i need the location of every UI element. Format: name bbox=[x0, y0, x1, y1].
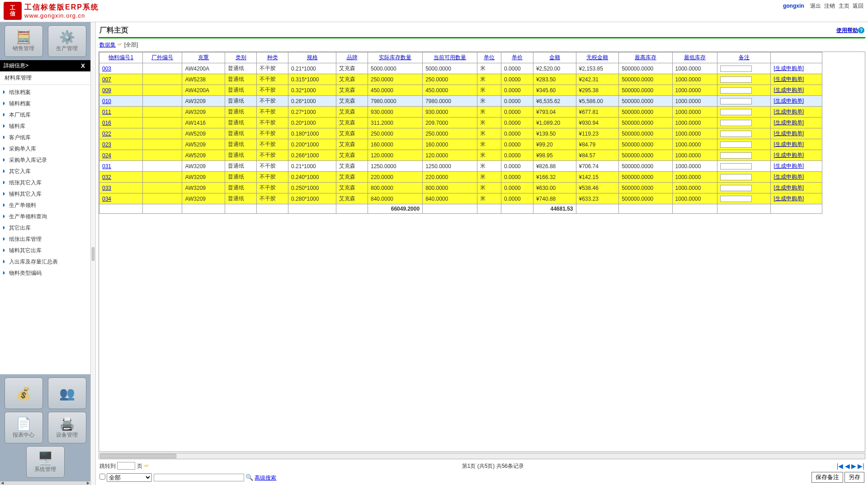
remark-input[interactable] bbox=[720, 66, 752, 72]
col-header[interactable]: 最高库存 bbox=[619, 52, 672, 63]
col-header[interactable]: 当前可用数量 bbox=[423, 52, 477, 63]
search-icon[interactable]: 🔍 bbox=[245, 474, 253, 481]
sidebar-item[interactable]: 辅料档案 bbox=[0, 98, 90, 109]
sidebar-item[interactable]: 生产单领料查询 bbox=[0, 211, 90, 222]
generate-po-link[interactable]: [生成申购单] bbox=[774, 98, 804, 104]
advanced-search-link[interactable]: 高级搜索 bbox=[255, 475, 276, 481]
table-row[interactable]: 034AW3209普通纸不干胶0.280*1000艾克森840.0000840.… bbox=[99, 193, 822, 204]
sidebar-item[interactable]: 物料类型编码 bbox=[0, 268, 90, 279]
remark-input[interactable] bbox=[720, 87, 752, 94]
material-id-link[interactable]: 009 bbox=[102, 87, 111, 94]
col-header[interactable]: 无税金额 bbox=[576, 52, 619, 63]
module-icon[interactable]: 🖨️设备管理 bbox=[48, 412, 86, 443]
link-logout[interactable]: 退出 bbox=[810, 3, 821, 9]
material-id-link[interactable]: 023 bbox=[102, 141, 111, 148]
prev-page-icon[interactable]: ◀ bbox=[845, 462, 850, 470]
col-header[interactable]: 单位 bbox=[477, 52, 501, 63]
sidebar-item[interactable]: 辅料库 bbox=[0, 121, 90, 132]
remark-input[interactable] bbox=[720, 98, 752, 104]
material-id-link[interactable]: 024 bbox=[102, 152, 111, 159]
module-icon[interactable]: 🖥️系统管理 bbox=[26, 446, 65, 478]
material-id-link[interactable]: 032 bbox=[102, 174, 111, 180]
material-id-link[interactable]: 022 bbox=[102, 131, 111, 137]
sidebar-item[interactable]: 采购单入库记录 bbox=[0, 155, 90, 166]
link-signout[interactable]: 注销 bbox=[824, 3, 835, 9]
close-icon[interactable]: X bbox=[79, 62, 87, 69]
module-icon[interactable]: 📄报表中心 bbox=[5, 412, 43, 443]
generate-po-link[interactable]: [生成申购单] bbox=[774, 108, 804, 115]
col-header[interactable]: 备注 bbox=[717, 52, 770, 63]
link-home[interactable]: 主页 bbox=[839, 3, 849, 9]
material-id-link[interactable]: 007 bbox=[102, 76, 111, 83]
table-row[interactable]: 010AW3209普通纸不干胶0.26*1000艾克森7980.00007980… bbox=[99, 96, 822, 107]
module-icon[interactable]: 💰 bbox=[5, 377, 43, 409]
generate-po-link[interactable]: [生成申购单] bbox=[774, 163, 804, 169]
sidebar-h-scrollbar[interactable] bbox=[0, 481, 90, 485]
sidebar-item[interactable]: 其它出库 bbox=[0, 222, 90, 234]
col-header[interactable]: 物料编号1 bbox=[99, 52, 143, 63]
remark-input[interactable] bbox=[720, 174, 752, 180]
remark-input[interactable] bbox=[720, 185, 752, 191]
link-back[interactable]: 返回 bbox=[853, 3, 863, 9]
search-field-select[interactable]: 全部 bbox=[107, 473, 152, 482]
sidebar-item[interactable]: 纸张档案 bbox=[0, 87, 90, 98]
sidebar-item[interactable]: 辅料其它出库 bbox=[0, 245, 90, 256]
generate-po-link[interactable]: [生成申购单] bbox=[774, 152, 804, 158]
table-row[interactable]: 016AW1416普通纸不干胶0.20*1000艾克森311.2000209.7… bbox=[99, 118, 822, 128]
sidebar-splitter[interactable] bbox=[90, 22, 96, 485]
last-page-icon[interactable]: ▶| bbox=[858, 462, 864, 470]
material-id-link[interactable]: 031 bbox=[102, 163, 111, 170]
generate-po-link[interactable]: [生成申购单] bbox=[774, 87, 804, 93]
generate-po-link[interactable]: [生成申购单] bbox=[774, 141, 804, 147]
table-row[interactable]: 003AW4200A普通纸不干胶0.21*1000艾克森5000.0000500… bbox=[99, 63, 822, 74]
sidebar-item[interactable]: 纸张出库管理 bbox=[0, 234, 90, 245]
remark-input[interactable] bbox=[720, 152, 752, 159]
col-header[interactable]: 品牌 bbox=[336, 52, 368, 63]
save-remark-button[interactable]: 保存备注 bbox=[811, 472, 843, 483]
generate-po-link[interactable]: [生成申购单] bbox=[774, 130, 804, 137]
remark-input[interactable] bbox=[720, 131, 752, 137]
remark-input[interactable] bbox=[720, 120, 752, 126]
table-row[interactable]: 023AW5209普通纸不干胶0.200*1000艾克森160.0000160.… bbox=[99, 139, 822, 150]
sidebar-item[interactable]: 其它入库 bbox=[0, 166, 90, 177]
sidebar-item[interactable]: 本厂纸库 bbox=[0, 109, 90, 121]
generate-po-link[interactable]: [生成申购单] bbox=[774, 195, 804, 202]
table-row[interactable]: 033AW3209普通纸不干胶0.250*1000艾克森800.0000800.… bbox=[99, 183, 822, 193]
material-id-link[interactable]: 016 bbox=[102, 120, 111, 126]
material-id-link[interactable]: 010 bbox=[102, 98, 111, 104]
generate-po-link[interactable]: [生成申购单] bbox=[774, 184, 804, 191]
col-header[interactable]: 克重 bbox=[182, 52, 225, 63]
search-input[interactable] bbox=[154, 474, 244, 481]
table-row[interactable]: 024AW5209普通纸不干胶0.266*1000艾克森120.0000120.… bbox=[99, 150, 822, 161]
sidebar-item[interactable]: 生产单领料 bbox=[0, 200, 90, 211]
dataset-link[interactable]: 数据集 bbox=[99, 42, 116, 48]
remark-input[interactable] bbox=[720, 109, 752, 115]
remark-input[interactable] bbox=[720, 141, 752, 148]
scrollbar-thumb[interactable] bbox=[100, 454, 176, 458]
col-header[interactable]: 单价 bbox=[501, 52, 533, 63]
first-page-icon[interactable]: |◀ bbox=[837, 462, 844, 470]
sidebar-item[interactable]: 客户纸库 bbox=[0, 132, 90, 143]
remark-input[interactable] bbox=[720, 76, 752, 83]
col-header[interactable]: 金额 bbox=[533, 52, 576, 63]
next-page-icon[interactable]: ▶ bbox=[851, 462, 856, 470]
jump-page-input[interactable] bbox=[117, 462, 135, 470]
table-container[interactable]: 物料编号1厂外编号克重类别种类规格品牌实际库存数量当前可用数量单位单价金额无税金… bbox=[99, 52, 865, 452]
generate-po-link[interactable]: [生成申购单] bbox=[774, 174, 804, 180]
sidebar-item[interactable]: 采购单入库 bbox=[0, 143, 90, 155]
col-header[interactable]: 规格 bbox=[288, 52, 336, 63]
col-header[interactable]: 类别 bbox=[225, 52, 257, 63]
table-row[interactable]: 022AW5209普通纸不干胶0.180*1000艾克森250.0000250.… bbox=[99, 128, 822, 139]
table-row[interactable]: 009AW4200A普通纸不干胶0.32*1000艾克森450.0000450.… bbox=[99, 85, 822, 96]
generate-po-link[interactable]: [生成申购单] bbox=[774, 76, 804, 82]
table-row[interactable]: 007AW5238普通纸不干胶0.315*1000艾克森250.0000250.… bbox=[99, 74, 822, 85]
col-header[interactable]: 实际库存数量 bbox=[368, 52, 422, 63]
table-row[interactable]: 031AW3209普通纸不干胶0.21*1000艾克森1250.00001250… bbox=[99, 161, 822, 172]
col-header[interactable]: 最低库存 bbox=[672, 52, 717, 63]
module-icon[interactable]: 🧮销售管理 bbox=[5, 25, 43, 57]
sidebar-item[interactable]: 纸张其它入库 bbox=[0, 177, 90, 188]
remark-input[interactable] bbox=[720, 196, 752, 202]
generate-po-link[interactable]: [生成申购单] bbox=[774, 65, 804, 71]
table-row[interactable]: 032AW3209普通纸不干胶0.240*1000艾克森220.0000220.… bbox=[99, 172, 822, 183]
col-header[interactable]: 种类 bbox=[257, 52, 288, 63]
